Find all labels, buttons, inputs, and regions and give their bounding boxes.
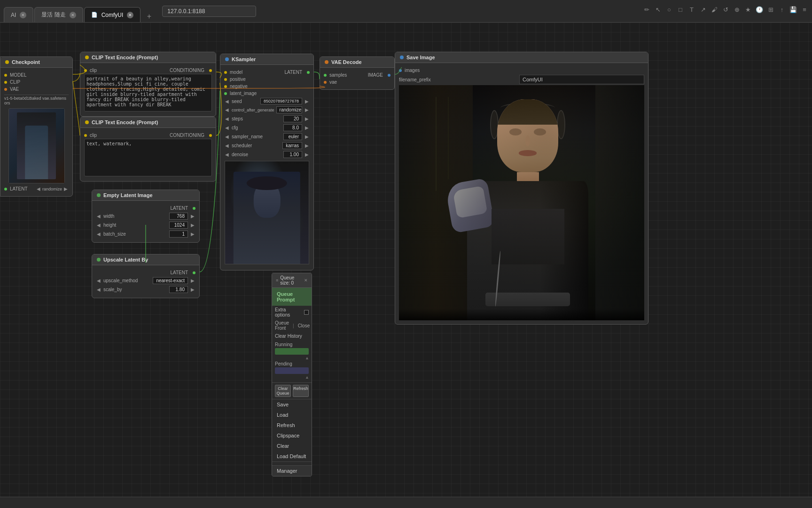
extra-options-checkbox[interactable] (304, 310, 309, 315)
clip2-input-label: clip (90, 133, 97, 138)
scheduler-arrow-left[interactable]: ◀ (224, 143, 230, 148)
load-default-menu-item[interactable]: Load Default (272, 451, 312, 461)
batch-value[interactable]: 1 (169, 230, 188, 238)
clear-menu-item[interactable]: Clear (272, 441, 312, 451)
steps-value[interactable]: 20 (283, 115, 302, 122)
zoom-icon[interactable]: ⊕ (733, 6, 741, 13)
canvas-area[interactable]: Checkpoint MODEL CLIP VAE v1-5-beta0d1Ba… (0, 23, 812, 508)
seed-value[interactable]: 850207898727678 (260, 98, 302, 104)
method-arrow-right[interactable]: ▶ (190, 278, 195, 283)
queue-prompt-button[interactable]: Queue Prompt (272, 288, 312, 306)
clip-text-2-input[interactable] (84, 139, 212, 176)
batch-arrow-left[interactable]: ◀ (96, 231, 102, 237)
method-label: upscale_method (103, 278, 151, 283)
scale-value[interactable]: 1.80 (169, 286, 188, 293)
scheduler-arrow-right[interactable]: ▶ (304, 143, 310, 148)
clip-text-1-input[interactable] (84, 74, 212, 111)
scale-arrow-left[interactable]: ◀ (96, 287, 102, 292)
browser-chrome: AI ✕ 显活 随走 ✕ 📄 ComfyUI ✕ + 127.0.0.1:818… (0, 0, 812, 23)
control-arrow-left[interactable]: ◀ (224, 107, 230, 112)
menu-icon[interactable]: ≡ (801, 6, 808, 13)
sampler-label: sampler_name (232, 134, 281, 139)
scale-row: ◀ scale_by 1.80 ▶ (96, 285, 195, 294)
batch-arrow-right[interactable]: ▶ (190, 231, 195, 237)
save-menu-item[interactable]: Save (272, 399, 312, 410)
latent-output-port: LATENT (96, 205, 195, 212)
clock-icon[interactable]: 🕐 (756, 6, 763, 13)
address-bar[interactable]: 127.0.0.1:8188 (162, 6, 256, 17)
width-arrow-right[interactable]: ▶ (190, 214, 195, 219)
save-images-port: images (399, 67, 644, 74)
vae-decode-body: samples IMAGE vae (320, 68, 394, 89)
text-icon[interactable]: T (688, 6, 695, 13)
latent-dot (4, 188, 7, 190)
latent-arrow-right[interactable]: ▶ (63, 186, 69, 191)
scheduler-value[interactable]: karras (282, 142, 302, 149)
grid-icon[interactable]: ⊞ (767, 6, 774, 13)
tab-2-close[interactable]: ✕ (70, 12, 76, 18)
tab-3[interactable]: 📄 ComfyUI ✕ (84, 7, 141, 22)
control-label: control_after_generate (232, 108, 274, 112)
save-dot (400, 56, 404, 59)
height-label: height (103, 222, 167, 228)
save-icon[interactable]: 💾 (789, 6, 797, 13)
upscale-body: LATENT ◀ upscale_method nearest-exact ▶ … (92, 265, 199, 298)
refresh-menu-item[interactable]: Refresh (272, 420, 312, 430)
height-arrow-left[interactable]: ◀ (96, 222, 102, 228)
tab-1[interactable]: AI ✕ (4, 7, 33, 22)
brush-icon[interactable]: 🖌 (710, 6, 718, 13)
seed-arrow-left[interactable]: ◀ (224, 99, 230, 104)
sampler-value[interactable]: euler (283, 133, 302, 140)
method-arrow-left[interactable]: ◀ (96, 278, 102, 283)
rect-icon[interactable]: □ (677, 6, 684, 13)
tab-2[interactable]: 显活 随走 ✕ (34, 7, 83, 22)
sampler-arrow-right[interactable]: ▶ (304, 134, 310, 139)
clear-queue-btn[interactable]: Clear Queue (275, 385, 291, 397)
cfg-row: ◀ cfg 8.0 ▶ (224, 123, 310, 132)
height-value[interactable]: 1024 (169, 222, 188, 229)
seed-arrow-right[interactable]: ▶ (304, 99, 310, 104)
width-value[interactable]: 768 (169, 213, 188, 220)
manager-menu-item[interactable]: Manager (272, 466, 312, 476)
queue-front-label[interactable]: Queue Front (275, 320, 289, 331)
denoise-arrow-right[interactable]: ▶ (304, 152, 310, 157)
new-tab-button[interactable]: + (143, 11, 155, 22)
scale-arrow-right[interactable]: ▶ (190, 287, 195, 292)
load-menu-item[interactable]: Load (272, 410, 312, 420)
arrow-icon[interactable]: ↗ (699, 6, 707, 13)
ks-neg-dot (224, 85, 227, 88)
running-scroll-up[interactable]: ▲ (305, 356, 309, 360)
share-icon[interactable]: ↑ (778, 6, 786, 13)
empty-latent-node: Empty Latent Image LATENT ◀ width 768 ▶ … (92, 190, 200, 243)
pencil-icon[interactable]: ✏ (643, 6, 650, 13)
cfg-arrow-left[interactable]: ◀ (224, 125, 230, 130)
filename-prefix-input[interactable] (519, 75, 644, 84)
cursor-icon[interactable]: ↖ (654, 6, 662, 13)
clip2-output-dot (209, 134, 212, 137)
control-value[interactable]: randomize (276, 106, 302, 113)
cfg-value[interactable]: 8.0 (283, 124, 302, 131)
tab-1-close[interactable]: ✕ (20, 12, 26, 18)
ksampler-node: KSampler model LATENT positive negative … (220, 54, 314, 270)
star-icon[interactable]: ★ (744, 6, 752, 13)
queue-panel-close[interactable]: ✕ (304, 278, 308, 283)
close-btn-label[interactable]: Close (298, 323, 310, 328)
tab-3-close[interactable]: ✕ (127, 12, 133, 18)
steps-arrow-left[interactable]: ◀ (224, 116, 230, 121)
denoise-arrow-left[interactable]: ◀ (224, 152, 230, 157)
denoise-value[interactable]: 1.00 (283, 151, 302, 158)
steps-arrow-right[interactable]: ▶ (304, 116, 310, 121)
latent-arrow-left[interactable]: ◀ (36, 186, 41, 191)
clear-history-row[interactable]: Clear History (272, 332, 312, 340)
refresh-icon[interactable]: ↺ (722, 6, 729, 13)
method-value[interactable]: nearest-exact (153, 277, 188, 284)
refresh-queue-btn[interactable]: Refresh (293, 385, 309, 397)
width-arrow-left[interactable]: ◀ (96, 214, 102, 219)
clipspace-menu-item[interactable]: Clipspace (272, 430, 312, 441)
control-arrow-right[interactable]: ▶ (304, 107, 310, 112)
cfg-arrow-right[interactable]: ▶ (304, 125, 310, 130)
sampler-arrow-left[interactable]: ◀ (224, 134, 230, 139)
height-arrow-right[interactable]: ▶ (190, 222, 195, 228)
circle-icon[interactable]: ○ (665, 6, 673, 13)
pending-scroll-up[interactable]: ▲ (305, 375, 309, 380)
